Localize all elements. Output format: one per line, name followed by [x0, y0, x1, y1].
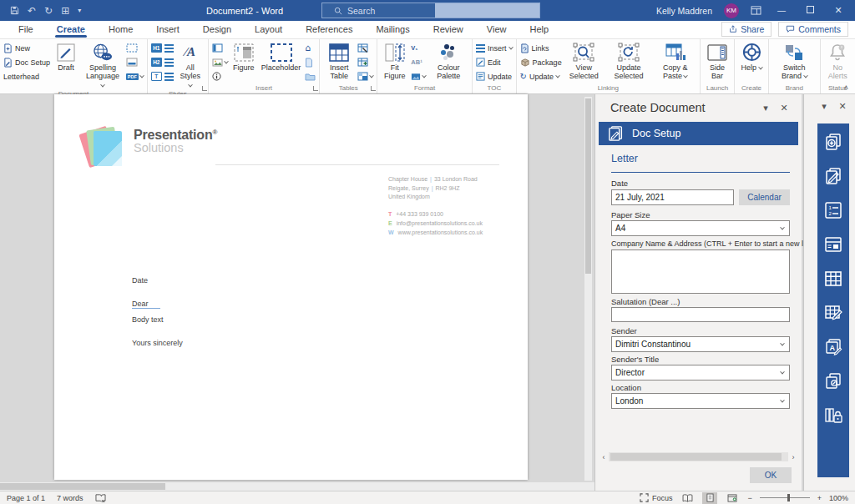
linked-pages-icon[interactable] — [823, 371, 843, 391]
tab-references[interactable]: References — [294, 22, 364, 38]
layout-insert-button[interactable] — [212, 42, 228, 54]
word-count[interactable]: 7 words — [57, 494, 83, 502]
placeholder-button[interactable]: Placeholder — [260, 41, 303, 72]
h1-style-button[interactable]: H1 — [151, 41, 174, 55]
print-layout-button[interactable] — [702, 492, 717, 504]
zoom-level[interactable]: 100% — [829, 494, 848, 502]
new-button[interactable]: New — [3, 41, 50, 55]
paper-size-select[interactable]: A4 — [611, 220, 790, 236]
home-insert-button[interactable]: ⌂ — [305, 42, 316, 54]
minimize-button[interactable]: — — [773, 5, 790, 16]
tab-home[interactable]: Home — [97, 22, 144, 38]
maximize-button[interactable] — [802, 5, 818, 16]
user-name[interactable]: Kelly Maddren — [656, 6, 712, 16]
location-select[interactable]: London — [611, 393, 790, 409]
margins-button[interactable] — [126, 42, 144, 54]
ribbon-options-icon[interactable] — [751, 6, 761, 15]
t-style-button[interactable]: T — [151, 69, 174, 83]
table-cells-button[interactable] — [357, 70, 373, 83]
picture-format-button[interactable] — [411, 70, 426, 83]
sender-select[interactable]: Dimitri Constantinou — [611, 336, 790, 352]
switch-brand-button[interactable]: Switch Brand — [772, 41, 816, 81]
tab-design[interactable]: Design — [191, 22, 243, 38]
web-layout-button[interactable] — [725, 492, 740, 504]
copy-paste-button[interactable]: Copy & Paste — [654, 41, 696, 81]
pane-menu-icon[interactable]: ▾ — [815, 101, 833, 112]
zoom-out-button[interactable]: − — [747, 494, 751, 502]
tab-insert[interactable]: Insert — [144, 22, 191, 38]
read-mode-button[interactable] — [680, 492, 695, 504]
numbered-list-icon[interactable]: 12 — [823, 200, 843, 220]
sender-title-select[interactable]: Director — [611, 365, 790, 381]
customize-qat-icon[interactable]: ▾ — [78, 8, 81, 14]
document-vertical-scrollbar[interactable] — [584, 97, 592, 481]
doc-setup-icon[interactable] — [823, 166, 843, 186]
proofing-icon[interactable] — [95, 493, 106, 503]
new-document-icon[interactable] — [823, 132, 843, 152]
salutation-input[interactable] — [611, 307, 790, 322]
picture-insert-button[interactable] — [212, 56, 228, 68]
doc-setup-button[interactable]: Doc Setup — [3, 55, 50, 69]
figure-button[interactable]: Figure — [230, 41, 257, 72]
focus-button[interactable]: Focus — [640, 493, 673, 502]
help-button[interactable]: Help — [738, 41, 765, 72]
dialog-launcher-icon[interactable] — [313, 86, 318, 91]
colour-palette-button[interactable]: Colour Palette — [428, 41, 468, 81]
brand-library-lock-icon[interactable] — [823, 406, 843, 426]
tab-create[interactable]: Create — [45, 22, 97, 38]
tab-review[interactable]: Review — [422, 22, 475, 38]
text-styles-icon[interactable]: A — [823, 337, 843, 357]
toc-insert-button[interactable]: Insert — [476, 41, 513, 55]
save-icon[interactable] — [10, 6, 19, 15]
pane-close-icon[interactable]: ✕ — [775, 103, 793, 113]
table-icon[interactable]: ⊞ — [61, 6, 69, 16]
package-button[interactable]: Package — [520, 55, 562, 69]
page-insert-button[interactable] — [305, 56, 316, 68]
search-box[interactable]: Search — [321, 3, 540, 18]
zoom-slider[interactable] — [760, 497, 810, 498]
avatar[interactable]: KM — [724, 3, 739, 18]
zoom-in-button[interactable]: + — [817, 494, 822, 502]
linking-update-button[interactable]: ↻ Update — [520, 69, 562, 83]
footer-button[interactable] — [126, 56, 144, 68]
insert-table-button[interactable]: Insert Table — [323, 41, 355, 81]
zoom-slider-thumb[interactable] — [787, 494, 790, 501]
company-address-textarea[interactable] — [611, 249, 790, 294]
redo-icon[interactable]: ↻ — [44, 6, 53, 16]
scroll-left-icon[interactable]: ‹ — [599, 453, 609, 461]
pane-close-icon[interactable]: ✕ — [833, 101, 852, 112]
ok-button[interactable]: OK — [750, 467, 792, 483]
tab-file[interactable]: File — [7, 22, 45, 38]
info-insert-button[interactable] — [212, 70, 228, 83]
folder-insert-button[interactable] — [305, 70, 316, 83]
dialog-launcher-icon[interactable] — [371, 86, 376, 91]
links-button[interactable]: Links — [520, 41, 562, 55]
h2-style-button[interactable]: H2 — [151, 55, 174, 69]
draft-button[interactable]: Draft — [53, 41, 79, 72]
close-button[interactable]: ✕ — [830, 5, 847, 16]
update-selected-button[interactable]: Update Selected — [606, 41, 652, 81]
letter-body[interactable]: Date Dear Body text Yours sincerely — [132, 276, 183, 350]
dialog-launcher-icon[interactable] — [202, 86, 207, 91]
superscript-ab-button[interactable]: AB¹ — [411, 56, 426, 68]
pane-menu-icon[interactable]: ▾ — [756, 103, 775, 113]
letterhead-button[interactable]: Letterhead — [3, 69, 50, 83]
page-indicator[interactable]: Page 1 of 1 — [7, 494, 45, 502]
pane-horizontal-scrollbar[interactable]: ‹ › — [599, 451, 798, 462]
footnote-v1-button[interactable]: V₁ — [411, 42, 426, 54]
document-page[interactable]: Presentation® Solutions Chapter House|33… — [54, 94, 528, 480]
side-bar-button[interactable]: Side Bar — [704, 41, 731, 81]
table-icon[interactable] — [823, 269, 843, 289]
calendar-button[interactable]: Calendar — [739, 189, 790, 205]
collapse-ribbon-icon[interactable]: ˄ — [844, 83, 848, 92]
share-button[interactable]: Share — [721, 22, 772, 37]
tab-view[interactable]: View — [475, 22, 519, 38]
edit-table-icon[interactable] — [823, 303, 843, 323]
all-styles-button[interactable]: ⁄A All Styles — [176, 41, 205, 89]
view-selected-button[interactable]: View Selected — [564, 41, 604, 81]
date-input[interactable] — [611, 189, 734, 205]
spelling-language-button[interactable]: Spelling Language — [82, 41, 124, 89]
fit-figure-button[interactable]: Fit Figure — [381, 41, 408, 81]
undo-icon[interactable]: ↶ — [28, 6, 36, 16]
pdf-export-button[interactable]: PDF — [126, 70, 144, 83]
